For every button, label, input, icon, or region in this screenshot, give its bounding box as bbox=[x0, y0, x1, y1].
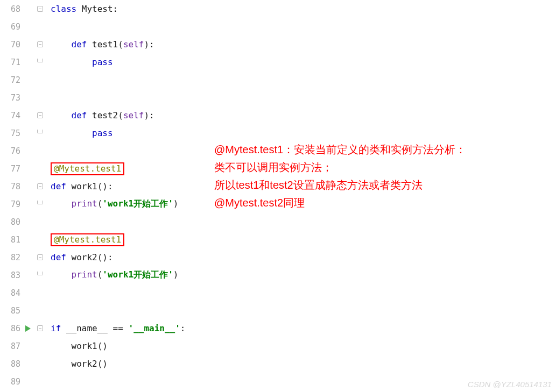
fold-gutter[interactable] bbox=[33, 254, 46, 260]
code-line[interactable]: 87 work1() bbox=[0, 337, 556, 355]
code-line[interactable]: 71 pass bbox=[0, 53, 556, 71]
keyword: def bbox=[51, 252, 66, 262]
function-name: work1(): bbox=[66, 181, 113, 191]
fold-open-icon[interactable] bbox=[37, 325, 43, 331]
decorator: @Mytest.test1 bbox=[54, 234, 121, 245]
line-number: 78 bbox=[0, 182, 23, 191]
code-line[interactable]: 73 bbox=[0, 89, 556, 106]
code-content[interactable]: print('work1开始工作') bbox=[46, 198, 178, 210]
line-number: 88 bbox=[0, 359, 23, 369]
decorator: @Mytest.test1 bbox=[54, 163, 121, 174]
fold-close-icon[interactable] bbox=[37, 201, 43, 208]
code-content[interactable]: pass bbox=[46, 128, 113, 138]
fold-gutter[interactable] bbox=[33, 59, 46, 66]
line-number: 84 bbox=[0, 288, 23, 298]
annotation-overlay: @Mytest.test1：安装当前定义的类和实例方法分析： 类不可以调用实例方… bbox=[214, 141, 516, 212]
code-content[interactable]: @Mytest.test1 bbox=[46, 162, 124, 175]
fold-close-icon[interactable] bbox=[37, 130, 43, 137]
fold-gutter[interactable] bbox=[33, 272, 46, 279]
fold-open-icon[interactable] bbox=[37, 112, 43, 118]
builtin: print bbox=[72, 198, 97, 209]
code-content[interactable]: pass bbox=[46, 57, 113, 67]
line-number: 76 bbox=[0, 146, 23, 156]
code-content[interactable]: work2() bbox=[46, 359, 108, 369]
keyword: pass bbox=[92, 128, 113, 138]
fold-close-icon[interactable] bbox=[37, 272, 43, 279]
punct: ( bbox=[97, 198, 103, 209]
code-content[interactable]: class Mytest: bbox=[46, 4, 118, 14]
code-line[interactable]: 72 bbox=[0, 71, 556, 89]
code-line[interactable]: 84 bbox=[0, 284, 556, 302]
code-line[interactable]: 69 bbox=[0, 18, 556, 35]
code-content[interactable]: def test2(self): bbox=[46, 110, 154, 120]
string-literal: 'work1开始工作' bbox=[102, 269, 173, 280]
code-content[interactable]: if __name__ == '__main__': bbox=[46, 323, 185, 333]
line-number: 77 bbox=[0, 164, 23, 174]
fold-gutter[interactable] bbox=[33, 6, 46, 12]
fold-open-icon[interactable] bbox=[37, 6, 43, 12]
code-content[interactable]: def work1(): bbox=[46, 181, 113, 191]
code-line[interactable]: 81 @Mytest.test1 bbox=[0, 231, 556, 248]
code-content[interactable]: def test1(self): bbox=[46, 39, 154, 49]
fold-gutter[interactable] bbox=[33, 201, 46, 208]
fold-open-icon[interactable] bbox=[37, 254, 43, 260]
punct: ): bbox=[144, 39, 154, 49]
code-line[interactable]: 83 print('work1开始工作') bbox=[0, 266, 556, 284]
code-line[interactable]: 86 if __name__ == '__main__': bbox=[0, 319, 556, 337]
code-line[interactable]: 80 bbox=[0, 213, 556, 231]
line-number: 85 bbox=[0, 306, 23, 316]
line-number: 72 bbox=[0, 75, 23, 85]
line-number: 80 bbox=[0, 217, 23, 227]
function-call: work2() bbox=[72, 359, 108, 369]
punct: ( bbox=[97, 269, 103, 280]
code-line[interactable]: 85 bbox=[0, 302, 556, 319]
self-param: self bbox=[123, 110, 144, 120]
fold-close-icon[interactable] bbox=[37, 59, 43, 66]
highlight-box: @Mytest.test1 bbox=[51, 162, 124, 175]
annotation-line: 类不可以调用实例方法； bbox=[214, 159, 516, 176]
code-line[interactable]: 75 pass bbox=[0, 124, 556, 142]
method-name: test2( bbox=[87, 110, 123, 120]
run-gutter[interactable] bbox=[23, 325, 33, 332]
keyword: def bbox=[72, 39, 87, 49]
line-number: 89 bbox=[0, 377, 23, 387]
keyword: def bbox=[72, 110, 87, 120]
method-name: test1( bbox=[87, 39, 123, 49]
code-line[interactable]: 68 class Mytest: bbox=[0, 0, 556, 18]
punct: ) bbox=[173, 198, 179, 209]
line-number: 73 bbox=[0, 93, 23, 103]
fold-gutter[interactable] bbox=[33, 325, 46, 331]
identifier: __name__ == bbox=[61, 323, 128, 333]
fold-gutter[interactable] bbox=[33, 112, 46, 118]
line-number: 68 bbox=[0, 4, 23, 14]
line-number: 70 bbox=[0, 40, 23, 49]
builtin: print bbox=[72, 269, 97, 280]
annotation-line: @Mytest.test2同理 bbox=[214, 194, 516, 212]
run-icon[interactable] bbox=[25, 325, 31, 332]
code-content[interactable]: work1() bbox=[46, 341, 108, 351]
function-name: work2(): bbox=[66, 252, 113, 262]
code-line[interactable]: 70 def test1(self): bbox=[0, 35, 556, 53]
fold-gutter[interactable] bbox=[33, 41, 46, 47]
fold-gutter[interactable] bbox=[33, 130, 46, 137]
line-number: 71 bbox=[0, 58, 23, 67]
code-line[interactable]: 74 def test2(self): bbox=[0, 106, 556, 124]
annotation-line: 所以test1和test2设置成静态方法或者类方法 bbox=[214, 176, 516, 194]
keyword: pass bbox=[92, 57, 113, 67]
fold-gutter[interactable] bbox=[33, 183, 46, 189]
class-name: Mytest: bbox=[76, 4, 118, 14]
line-number: 75 bbox=[0, 129, 23, 138]
code-content[interactable]: @Mytest.test1 bbox=[46, 233, 124, 246]
fold-open-icon[interactable] bbox=[37, 183, 43, 189]
fold-open-icon[interactable] bbox=[37, 41, 43, 47]
code-line[interactable]: 88 work2() bbox=[0, 355, 556, 373]
line-number: 69 bbox=[0, 22, 23, 32]
code-content[interactable]: print('work1开始工作') bbox=[46, 269, 178, 281]
code-content[interactable]: def work2(): bbox=[46, 252, 113, 262]
keyword: if bbox=[51, 323, 61, 333]
keyword: def bbox=[51, 181, 66, 191]
string-literal: '__main__' bbox=[129, 323, 180, 333]
highlight-box: @Mytest.test1 bbox=[51, 233, 124, 246]
self-param: self bbox=[123, 39, 144, 49]
code-line[interactable]: 82 def work2(): bbox=[0, 248, 556, 266]
